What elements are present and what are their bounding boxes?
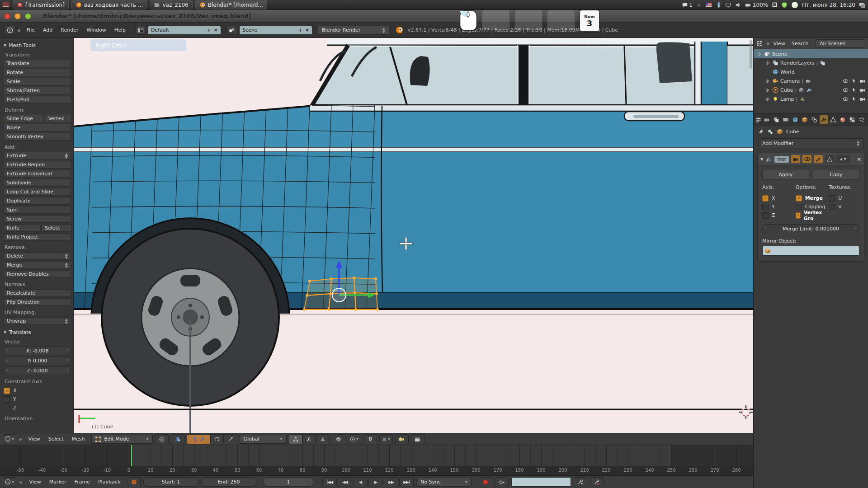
use-preview-range-toggle[interactable]: [127, 477, 141, 487]
playhead[interactable]: [131, 445, 132, 467]
transport-jump-to-start-button[interactable]: |◀◀: [322, 477, 337, 487]
modifier-name-field[interactable]: rror: [774, 156, 789, 163]
selectability-toggle[interactable]: [851, 96, 857, 102]
timeline-menu-frame[interactable]: Frame: [71, 478, 94, 486]
transport-jump-prev-keyframe-button[interactable]: ◀◀: [338, 477, 352, 487]
properties-tab-scene[interactable]: [782, 115, 790, 124]
tool-button-slide-edge[interactable]: Slide Edge: [4, 115, 44, 122]
sync-mode-selector[interactable]: No Sync ▼: [416, 478, 472, 487]
properties-tab-render-layers[interactable]: [772, 115, 781, 124]
add-modifier-dropdown[interactable]: Add Modifier ▲▼: [758, 138, 863, 148]
tool-button-translate[interactable]: Translate: [4, 60, 71, 67]
selectability-toggle[interactable]: [851, 87, 857, 93]
snap-target-selector[interactable]: ▼: [379, 434, 393, 444]
current-frame-field[interactable]: 1: [264, 477, 313, 487]
taskbar-window-1[interactable]: ваз ходовая часть ...: [71, 0, 147, 9]
tool-button-extrude-individual[interactable]: Extrude Individual: [4, 170, 71, 178]
renderability-toggle[interactable]: [859, 87, 865, 93]
properties-editor-icon[interactable]: [755, 117, 762, 123]
expand-icon[interactable]: ⊕: [765, 61, 770, 66]
modifier-editmode-toggle[interactable]: [814, 155, 823, 163]
pivot-point-selector[interactable]: [171, 434, 184, 444]
maximize-window-button[interactable]: [25, 13, 31, 19]
orientation-selector[interactable]: Global ▼: [240, 435, 287, 444]
keyboard-layout-indicator[interactable]: [705, 1, 712, 8]
properties-tab-render[interactable]: [763, 115, 771, 124]
taskbar-window-2[interactable]: vaz_2106: [150, 0, 192, 9]
delete-scene-button[interactable]: ×: [305, 27, 309, 33]
screenshot-indicator[interactable]: [859, 2, 865, 8]
insert-keyframe-button[interactable]: [574, 477, 587, 487]
tool-button-shrink-fatten[interactable]: Shrink/Fatten: [4, 87, 71, 94]
modifier-option-merge[interactable]: ✓Merge: [796, 194, 826, 202]
properties-tab-modifiers[interactable]: [820, 115, 828, 124]
menu-window[interactable]: Window: [82, 26, 110, 34]
timeline-menu-view[interactable]: View: [25, 478, 45, 486]
tool-button-knife[interactable]: Knife: [4, 224, 41, 232]
outliner-item-cube[interactable]: ⊕Cube|: [754, 85, 868, 94]
move-up-icon[interactable]: ▲: [840, 157, 842, 161]
collapse-menus-icon[interactable]: ⊖: [19, 437, 22, 441]
properties-tab-object[interactable]: [801, 115, 809, 124]
outliner-editor-icon[interactable]: [756, 41, 763, 46]
timeline-menu-playback[interactable]: Playback: [94, 478, 124, 486]
mode-selector[interactable]: Edit Mode ▼: [91, 435, 153, 444]
frame-start-field[interactable]: Start: 1: [143, 477, 198, 487]
tool-button-spin[interactable]: Spin: [4, 206, 71, 214]
screen-layout-selector[interactable]: Default + ×: [148, 26, 221, 35]
renderability-toggle[interactable]: [859, 96, 865, 102]
modifier-render-toggle[interactable]: [791, 155, 800, 163]
keying-set-field[interactable]: [511, 477, 571, 487]
screen-layout-icon[interactable]: [135, 26, 146, 35]
viewport-canvas[interactable]: Right Ortho (1) Cube: [74, 38, 753, 433]
editor-type-selector[interactable]: ▼: [3, 434, 16, 444]
pin-icon[interactable]: [758, 129, 764, 135]
display-indicator[interactable]: [725, 2, 731, 8]
modifier-option-u[interactable]: U: [829, 194, 859, 202]
menu-add[interactable]: Add: [39, 26, 57, 34]
manipulator-translate-toggle[interactable]: [187, 434, 210, 444]
viewport-shading-selector[interactable]: [155, 434, 169, 444]
modifier-viewport-toggle[interactable]: [802, 155, 811, 163]
tool-button-rotate[interactable]: Rotate: [4, 69, 71, 76]
properties-tab-material[interactable]: [839, 115, 847, 124]
viewport-3d[interactable]: Right Ortho (1) Cube: [74, 38, 753, 433]
window-titlebar[interactable]: Blender* [/home/dmitrij/Документы/vaz_21…: [0, 10, 868, 23]
delete-modifier-button[interactable]: ×: [857, 156, 861, 162]
keying-set-icon-button[interactable]: [495, 477, 509, 487]
copy-modifier-button[interactable]: Copy: [813, 169, 860, 180]
checkbox-icon[interactable]: ✓: [796, 195, 802, 202]
updates-indicator[interactable]: [791, 1, 798, 9]
outliner-item-world[interactable]: World: [754, 67, 868, 76]
mirror-object-field[interactable]: [762, 246, 859, 256]
checkbox-icon[interactable]: ✓: [796, 212, 801, 219]
properties-tab-object-data[interactable]: [829, 115, 838, 124]
modifier-reorder-buttons[interactable]: ▲ ▼: [836, 155, 850, 163]
checkbox-icon[interactable]: [829, 195, 835, 202]
constraint-axis-x[interactable]: ✓X: [4, 386, 71, 395]
tool-button-scale[interactable]: Scale: [4, 78, 71, 85]
modifier-option-y[interactable]: Y: [762, 202, 793, 211]
tool-button-loop-cut-and-slide[interactable]: Loop Cut and Slide: [4, 188, 71, 196]
vector-field-x[interactable]: ‹X: -0.008›: [4, 347, 71, 355]
viewport-scrollbar[interactable]: [750, 40, 752, 69]
renderability-toggle[interactable]: [859, 78, 865, 84]
editor-type-button[interactable]: [5, 26, 15, 35]
frame-end-field[interactable]: End: 250: [201, 477, 256, 487]
timeline-editor-selector[interactable]: ▼: [3, 477, 16, 487]
add-scene-button[interactable]: +: [298, 27, 302, 33]
volume-indicator[interactable]: [735, 2, 741, 8]
vector-field-y[interactable]: ‹Y: 0.000›: [4, 357, 71, 365]
snap-toggle[interactable]: [363, 434, 377, 444]
manipulator-center[interactable]: [332, 288, 346, 302]
render-engine-selector[interactable]: Blender Render ▲▼: [318, 26, 389, 35]
tool-button-flip-direction[interactable]: Flip Direction: [4, 298, 71, 306]
taskbar-window-3[interactable]: Blender* [/home/d...: [195, 0, 267, 9]
outliner-menu-search[interactable]: Search: [792, 41, 809, 47]
checkbox-icon[interactable]: [829, 204, 835, 210]
limit-selection-visible-toggle[interactable]: [332, 434, 345, 444]
minimize-window-button[interactable]: [14, 13, 21, 19]
tool-button-extrude-region[interactable]: Extrude Region: [4, 161, 71, 169]
transport-jump-to-end-button[interactable]: ▶▶|: [399, 477, 414, 487]
translate-panel-header[interactable]: ▼ Translate: [4, 329, 71, 335]
